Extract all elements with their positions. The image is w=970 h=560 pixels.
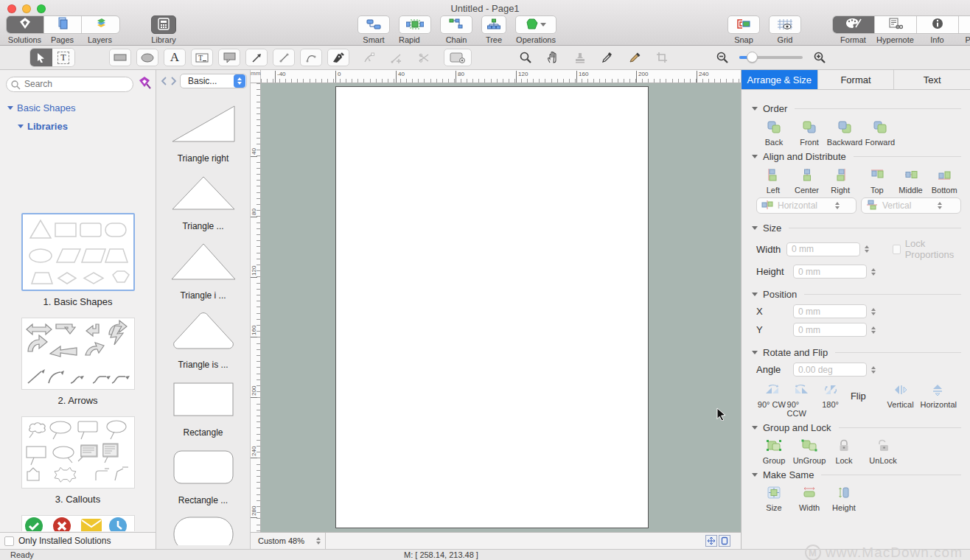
text-tool[interactable]: A [164, 49, 186, 66]
pan-tool[interactable] [542, 49, 564, 66]
ellipse-tool[interactable] [136, 49, 158, 66]
rotate-90ccw-button[interactable]: 90° CCW [787, 384, 818, 418]
snap-button[interactable]: Snap [728, 15, 760, 44]
grid-button[interactable]: Grid [769, 15, 801, 44]
rotate-180-button[interactable]: 180° [817, 384, 843, 418]
y-input[interactable] [793, 323, 867, 337]
zoom-slider[interactable] [739, 56, 803, 59]
height-input[interactable] [793, 265, 867, 279]
disclosure-triangle-icon[interactable] [752, 107, 758, 111]
tree-button[interactable]: Tree [481, 15, 506, 44]
disclosure-triangle-icon[interactable] [752, 226, 758, 230]
section-order[interactable]: Order [752, 103, 961, 114]
section-rotate-flip[interactable]: Rotate and Flip [752, 347, 961, 358]
width-stepper[interactable] [865, 245, 869, 253]
distribute-vertical-select[interactable]: Vertical [861, 197, 961, 214]
library-card-icons[interactable]: $ [21, 515, 135, 531]
select-tool[interactable] [30, 49, 52, 66]
pen-tool[interactable] [327, 49, 349, 66]
align-bottom-button[interactable]: Bottom [927, 168, 961, 195]
stencil-back-button[interactable] [161, 77, 167, 85]
stencil-shape-triangle-is[interactable]: Triangle is ... [156, 311, 250, 370]
x-stepper[interactable] [871, 308, 876, 315]
lock-proportions-checkbox[interactable] [893, 245, 901, 254]
info-tab-button[interactable] [917, 16, 959, 33]
angle-stepper[interactable] [871, 366, 876, 374]
disclosure-triangle-icon[interactable] [7, 106, 13, 110]
chain-button[interactable]: Chain [440, 15, 472, 44]
angle-input[interactable] [793, 363, 867, 377]
stencil-shape-triangle-right[interactable]: Triangle right [156, 102, 250, 164]
hypernote-tab-button[interactable] [875, 16, 917, 33]
library-card-callouts[interactable] [21, 416, 135, 489]
section-make-same[interactable]: Make Same [752, 469, 961, 480]
line-tool[interactable] [273, 49, 295, 66]
unlock-button[interactable]: UnLock [865, 439, 901, 465]
curve-tool[interactable] [300, 49, 322, 66]
text-select-tool[interactable]: T [52, 49, 74, 66]
align-right-button[interactable]: Right [823, 168, 857, 195]
tab-arrange-size[interactable]: Arrange & Size [742, 70, 818, 89]
present-tab-button[interactable] [959, 16, 970, 33]
add-node-tool[interactable] [385, 49, 408, 66]
section-size[interactable]: Size [752, 223, 961, 234]
ungroup-button[interactable]: UnGroup [792, 439, 827, 465]
stencil-shape-triangle-i[interactable]: Triangle i ... [156, 242, 250, 301]
x-input[interactable] [793, 304, 867, 318]
fit-page-button[interactable] [719, 535, 730, 547]
same-size-button[interactable]: Size [756, 486, 792, 512]
shape-parameters-tool[interactable] [444, 49, 472, 66]
disclosure-triangle-icon[interactable] [18, 125, 24, 128]
eyedropper-tool[interactable] [596, 49, 618, 66]
zoom-slider-knob[interactable] [747, 52, 758, 63]
order-front-button[interactable]: Front [792, 120, 827, 147]
pan-navigator-button[interactable] [705, 535, 717, 547]
canvas-area[interactable]: mm -40 0 40 80 120 160 200 240 40 80 120… [251, 70, 741, 549]
zoom-out-button[interactable] [711, 49, 733, 66]
format-tab-button[interactable] [833, 16, 875, 33]
y-stepper[interactable] [871, 326, 876, 334]
zoom-level-stepper[interactable] [316, 537, 321, 545]
stencil-dropdown[interactable]: Basic... [180, 74, 247, 88]
operations-button[interactable]: Operations [515, 15, 556, 44]
stencil-shape-rectangle[interactable]: Rectangle [156, 380, 250, 438]
disclosure-triangle-icon[interactable] [752, 473, 758, 477]
disclosure-triangle-icon[interactable] [752, 155, 758, 158]
textbox-tool[interactable]: T [191, 49, 213, 66]
solutions-button[interactable] [7, 16, 44, 33]
section-align-distribute[interactable]: Align and Distribute [752, 151, 961, 162]
group-button[interactable]: Group [756, 439, 792, 465]
smart-button[interactable]: Smart [357, 15, 390, 44]
stencil-shape-stadium[interactable] [156, 516, 250, 545]
callout-tool[interactable] [218, 49, 240, 66]
stencil-forward-button[interactable] [170, 77, 177, 85]
zoom-in-button[interactable] [809, 49, 831, 66]
split-node-tool[interactable] [413, 49, 435, 66]
arrow-tool[interactable] [245, 49, 268, 66]
order-back-button[interactable]: Back [756, 120, 792, 147]
rotate-90cw-button[interactable]: 90° CW [756, 384, 787, 418]
distribute-horizontal-select[interactable]: Horizontal [756, 197, 856, 214]
stencil-shape-rectangle-rounded[interactable]: Rectangle ... [156, 448, 250, 505]
pages-button[interactable] [44, 16, 82, 33]
align-top-button[interactable]: Top [860, 168, 894, 195]
align-middle-button[interactable]: Middle [894, 168, 928, 195]
brush-tool[interactable] [624, 49, 646, 66]
lock-proportions[interactable]: Lock Proportions [893, 238, 961, 260]
edit-nodes-tool[interactable] [358, 49, 380, 66]
section-group-lock[interactable]: Group and Lock [752, 422, 961, 433]
library-button[interactable]: Library [151, 15, 176, 44]
rectangle-tool[interactable] [109, 49, 131, 66]
height-stepper[interactable] [871, 268, 876, 276]
crop-tool[interactable] [651, 49, 673, 66]
order-backward-button[interactable]: Backward [827, 120, 862, 147]
align-center-button[interactable]: Center [790, 168, 824, 195]
flip-vertical-button[interactable]: Vertical [885, 384, 916, 418]
same-height-button[interactable]: Height [827, 486, 861, 512]
tab-format[interactable]: Format [818, 70, 895, 89]
sidebar-item-basic-shapes[interactable]: Basic Shapes [7, 102, 156, 113]
only-installed-checkbox[interactable] [4, 536, 14, 546]
disclosure-triangle-icon[interactable] [752, 426, 758, 430]
disclosure-triangle-icon[interactable] [752, 293, 758, 296]
align-left-button[interactable]: Left [756, 168, 790, 195]
